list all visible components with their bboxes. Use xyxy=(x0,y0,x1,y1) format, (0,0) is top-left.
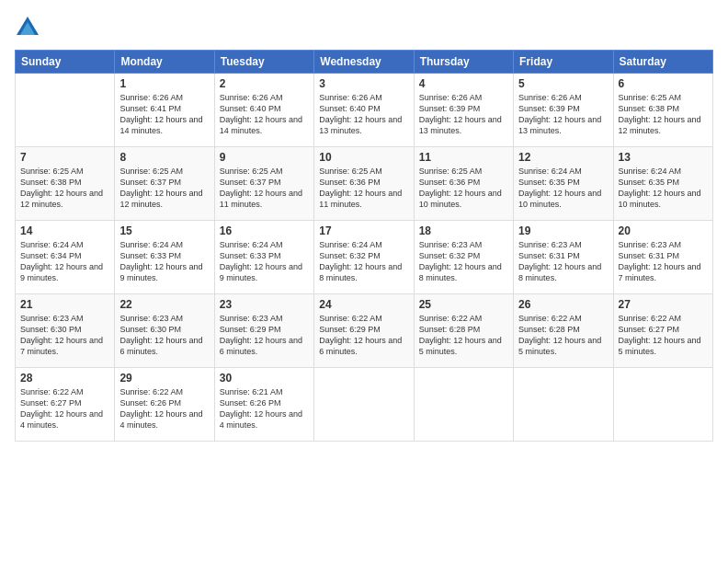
day-cell: 3Sunrise: 6:26 AMSunset: 6:40 PMDaylight… xyxy=(314,74,414,147)
day-info: Sunrise: 6:25 AMSunset: 6:38 PMDaylight:… xyxy=(20,166,109,211)
day-info: Sunrise: 6:23 AMSunset: 6:30 PMDaylight:… xyxy=(119,313,209,358)
day-number: 26 xyxy=(518,298,608,311)
calendar-header-row: SundayMondayTuesdayWednesdayThursdayFrid… xyxy=(16,51,713,74)
week-row-5: 28Sunrise: 6:22 AMSunset: 6:27 PMDayligh… xyxy=(16,368,713,442)
day-info: Sunrise: 6:24 AMSunset: 6:33 PMDaylight:… xyxy=(119,239,209,284)
day-cell: 19Sunrise: 6:23 AMSunset: 6:31 PMDayligh… xyxy=(514,221,613,294)
day-cell: 5Sunrise: 6:26 AMSunset: 6:39 PMDaylight… xyxy=(514,74,613,147)
day-info: Sunrise: 6:22 AMSunset: 6:26 PMDaylight:… xyxy=(119,386,209,431)
day-number: 21 xyxy=(20,298,109,311)
day-number: 16 xyxy=(220,224,309,237)
day-number: 10 xyxy=(319,151,408,164)
day-info: Sunrise: 6:26 AMSunset: 6:41 PMDaylight:… xyxy=(119,92,209,137)
day-info: Sunrise: 6:23 AMSunset: 6:30 PMDaylight:… xyxy=(20,313,109,358)
week-row-2: 7Sunrise: 6:25 AMSunset: 6:38 PMDaylight… xyxy=(16,147,713,221)
day-number: 12 xyxy=(518,151,608,164)
day-cell: 1Sunrise: 6:26 AMSunset: 6:41 PMDaylight… xyxy=(115,74,214,147)
day-info: Sunrise: 6:23 AMSunset: 6:29 PMDaylight:… xyxy=(220,313,309,358)
logo xyxy=(15,15,42,40)
day-number: 22 xyxy=(119,298,209,311)
day-cell: 7Sunrise: 6:25 AMSunset: 6:38 PMDaylight… xyxy=(16,147,115,221)
day-cell: 29Sunrise: 6:22 AMSunset: 6:26 PMDayligh… xyxy=(115,368,214,442)
page: SundayMondayTuesdayWednesdayThursdayFrid… xyxy=(0,0,728,563)
day-cell: 8Sunrise: 6:25 AMSunset: 6:37 PMDaylight… xyxy=(115,147,214,221)
day-info: Sunrise: 6:24 AMSunset: 6:33 PMDaylight:… xyxy=(220,239,309,284)
day-cell: 25Sunrise: 6:22 AMSunset: 6:28 PMDayligh… xyxy=(414,294,513,368)
day-info: Sunrise: 6:24 AMSunset: 6:34 PMDaylight:… xyxy=(20,239,109,284)
day-number: 8 xyxy=(119,151,209,164)
day-number: 15 xyxy=(119,224,209,237)
day-header-thursday: Thursday xyxy=(414,51,513,74)
header xyxy=(15,15,713,40)
day-cell: 10Sunrise: 6:25 AMSunset: 6:36 PMDayligh… xyxy=(314,147,414,221)
day-info: Sunrise: 6:25 AMSunset: 6:37 PMDaylight:… xyxy=(220,166,309,211)
day-info: Sunrise: 6:25 AMSunset: 6:36 PMDaylight:… xyxy=(319,166,408,211)
day-info: Sunrise: 6:22 AMSunset: 6:28 PMDaylight:… xyxy=(518,313,608,358)
day-number: 13 xyxy=(619,151,708,164)
day-cell: 26Sunrise: 6:22 AMSunset: 6:28 PMDayligh… xyxy=(514,294,613,368)
day-header-monday: Monday xyxy=(115,51,214,74)
day-info: Sunrise: 6:26 AMSunset: 6:40 PMDaylight:… xyxy=(220,92,309,137)
week-row-1: 1Sunrise: 6:26 AMSunset: 6:41 PMDaylight… xyxy=(16,74,713,147)
day-number: 14 xyxy=(20,224,109,237)
day-header-saturday: Saturday xyxy=(613,51,712,74)
day-info: Sunrise: 6:23 AMSunset: 6:32 PMDaylight:… xyxy=(419,239,508,284)
day-number: 3 xyxy=(319,77,408,90)
day-info: Sunrise: 6:22 AMSunset: 6:27 PMDaylight:… xyxy=(619,313,708,358)
day-cell: 22Sunrise: 6:23 AMSunset: 6:30 PMDayligh… xyxy=(115,294,214,368)
day-number: 11 xyxy=(419,151,508,164)
day-cell: 20Sunrise: 6:23 AMSunset: 6:31 PMDayligh… xyxy=(613,221,712,294)
day-number: 4 xyxy=(419,77,508,90)
day-info: Sunrise: 6:26 AMSunset: 6:39 PMDaylight:… xyxy=(518,92,608,137)
day-info: Sunrise: 6:22 AMSunset: 6:28 PMDaylight:… xyxy=(419,313,508,358)
day-cell xyxy=(414,368,513,442)
day-number: 9 xyxy=(220,151,309,164)
day-cell: 24Sunrise: 6:22 AMSunset: 6:29 PMDayligh… xyxy=(314,294,414,368)
day-cell: 28Sunrise: 6:22 AMSunset: 6:27 PMDayligh… xyxy=(16,368,115,442)
day-number: 5 xyxy=(518,77,608,90)
calendar: SundayMondayTuesdayWednesdayThursdayFrid… xyxy=(15,50,713,442)
day-info: Sunrise: 6:23 AMSunset: 6:31 PMDaylight:… xyxy=(619,239,708,284)
day-info: Sunrise: 6:25 AMSunset: 6:37 PMDaylight:… xyxy=(119,166,209,211)
day-cell: 23Sunrise: 6:23 AMSunset: 6:29 PMDayligh… xyxy=(214,294,313,368)
day-header-wednesday: Wednesday xyxy=(314,51,414,74)
day-cell xyxy=(314,368,414,442)
week-row-3: 14Sunrise: 6:24 AMSunset: 6:34 PMDayligh… xyxy=(16,221,713,294)
day-info: Sunrise: 6:24 AMSunset: 6:32 PMDaylight:… xyxy=(319,239,408,284)
day-cell: 15Sunrise: 6:24 AMSunset: 6:33 PMDayligh… xyxy=(115,221,214,294)
day-cell: 30Sunrise: 6:21 AMSunset: 6:26 PMDayligh… xyxy=(214,368,313,442)
day-cell: 14Sunrise: 6:24 AMSunset: 6:34 PMDayligh… xyxy=(16,221,115,294)
day-cell: 4Sunrise: 6:26 AMSunset: 6:39 PMDaylight… xyxy=(414,74,513,147)
day-number: 18 xyxy=(419,224,508,237)
day-cell: 6Sunrise: 6:25 AMSunset: 6:38 PMDaylight… xyxy=(613,74,712,147)
day-number: 19 xyxy=(518,224,608,237)
day-cell: 12Sunrise: 6:24 AMSunset: 6:35 PMDayligh… xyxy=(514,147,613,221)
day-info: Sunrise: 6:24 AMSunset: 6:35 PMDaylight:… xyxy=(619,166,708,211)
day-number: 23 xyxy=(220,298,309,311)
day-header-sunday: Sunday xyxy=(16,51,115,74)
day-cell: 18Sunrise: 6:23 AMSunset: 6:32 PMDayligh… xyxy=(414,221,513,294)
day-cell: 13Sunrise: 6:24 AMSunset: 6:35 PMDayligh… xyxy=(613,147,712,221)
day-number: 29 xyxy=(119,372,209,385)
day-info: Sunrise: 6:25 AMSunset: 6:38 PMDaylight:… xyxy=(619,92,708,137)
day-cell xyxy=(613,368,712,442)
day-number: 2 xyxy=(220,77,309,90)
day-info: Sunrise: 6:23 AMSunset: 6:31 PMDaylight:… xyxy=(518,239,608,284)
day-number: 7 xyxy=(20,151,109,164)
day-header-friday: Friday xyxy=(514,51,613,74)
day-number: 30 xyxy=(220,372,309,385)
day-number: 1 xyxy=(119,77,209,90)
day-header-tuesday: Tuesday xyxy=(214,51,313,74)
day-number: 17 xyxy=(319,224,408,237)
day-number: 20 xyxy=(619,224,708,237)
day-number: 27 xyxy=(619,298,708,311)
day-cell: 2Sunrise: 6:26 AMSunset: 6:40 PMDaylight… xyxy=(214,74,313,147)
day-number: 24 xyxy=(319,298,408,311)
day-info: Sunrise: 6:24 AMSunset: 6:35 PMDaylight:… xyxy=(518,166,608,211)
day-cell: 21Sunrise: 6:23 AMSunset: 6:30 PMDayligh… xyxy=(16,294,115,368)
day-cell: 17Sunrise: 6:24 AMSunset: 6:32 PMDayligh… xyxy=(314,221,414,294)
day-cell xyxy=(514,368,613,442)
day-cell: 16Sunrise: 6:24 AMSunset: 6:33 PMDayligh… xyxy=(214,221,313,294)
day-info: Sunrise: 6:25 AMSunset: 6:36 PMDaylight:… xyxy=(419,166,508,211)
day-info: Sunrise: 6:22 AMSunset: 6:27 PMDaylight:… xyxy=(20,386,109,431)
